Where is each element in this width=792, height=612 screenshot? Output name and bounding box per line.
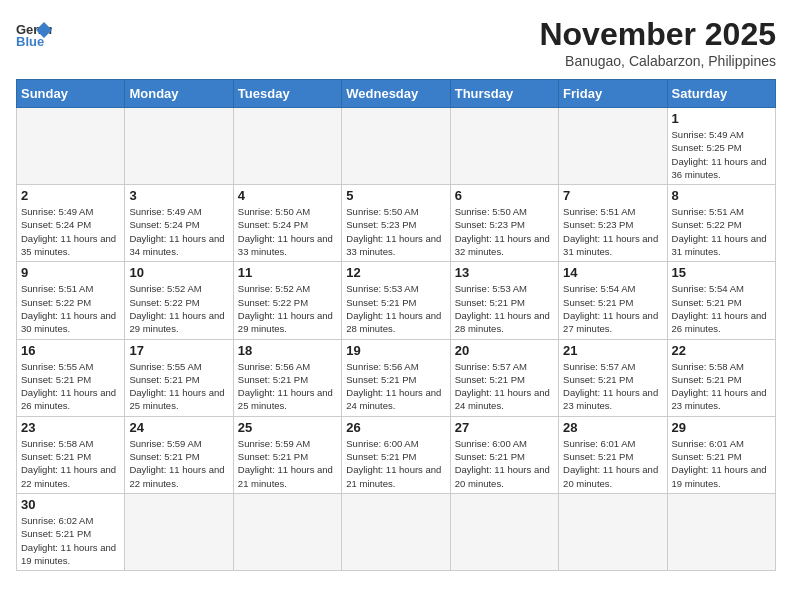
day-cell: 25Sunrise: 5:59 AM Sunset: 5:21 PM Dayli… [233,416,341,493]
logo: General Blue [16,20,52,48]
day-cell: 1Sunrise: 5:49 AM Sunset: 5:25 PM Daylig… [667,108,775,185]
day-number: 17 [129,343,228,358]
day-cell: 18Sunrise: 5:56 AM Sunset: 5:21 PM Dayli… [233,339,341,416]
day-cell: 14Sunrise: 5:54 AM Sunset: 5:21 PM Dayli… [559,262,667,339]
day-header-monday: Monday [125,80,233,108]
day-info: Sunrise: 5:59 AM Sunset: 5:21 PM Dayligh… [238,437,337,490]
day-number: 30 [21,497,120,512]
day-info: Sunrise: 5:56 AM Sunset: 5:21 PM Dayligh… [238,360,337,413]
day-cell [559,493,667,570]
day-info: Sunrise: 5:56 AM Sunset: 5:21 PM Dayligh… [346,360,445,413]
day-number: 14 [563,265,662,280]
day-cell: 11Sunrise: 5:52 AM Sunset: 5:22 PM Dayli… [233,262,341,339]
header: General Blue November 2025 Banugao, Cala… [16,16,776,69]
day-number: 12 [346,265,445,280]
week-row-5: 30Sunrise: 6:02 AM Sunset: 5:21 PM Dayli… [17,493,776,570]
day-cell: 15Sunrise: 5:54 AM Sunset: 5:21 PM Dayli… [667,262,775,339]
day-cell [233,108,341,185]
day-header-sunday: Sunday [17,80,125,108]
day-cell: 5Sunrise: 5:50 AM Sunset: 5:23 PM Daylig… [342,185,450,262]
day-info: Sunrise: 5:58 AM Sunset: 5:21 PM Dayligh… [672,360,771,413]
day-cell: 24Sunrise: 5:59 AM Sunset: 5:21 PM Dayli… [125,416,233,493]
day-cell: 26Sunrise: 6:00 AM Sunset: 5:21 PM Dayli… [342,416,450,493]
day-info: Sunrise: 5:49 AM Sunset: 5:25 PM Dayligh… [672,128,771,181]
day-info: Sunrise: 5:51 AM Sunset: 5:22 PM Dayligh… [672,205,771,258]
week-row-1: 2Sunrise: 5:49 AM Sunset: 5:24 PM Daylig… [17,185,776,262]
day-cell: 17Sunrise: 5:55 AM Sunset: 5:21 PM Dayli… [125,339,233,416]
week-row-4: 23Sunrise: 5:58 AM Sunset: 5:21 PM Dayli… [17,416,776,493]
day-cell: 16Sunrise: 5:55 AM Sunset: 5:21 PM Dayli… [17,339,125,416]
day-cell [17,108,125,185]
day-info: Sunrise: 5:57 AM Sunset: 5:21 PM Dayligh… [455,360,554,413]
day-number: 18 [238,343,337,358]
week-row-2: 9Sunrise: 5:51 AM Sunset: 5:22 PM Daylig… [17,262,776,339]
day-number: 25 [238,420,337,435]
day-info: Sunrise: 6:01 AM Sunset: 5:21 PM Dayligh… [672,437,771,490]
day-cell: 29Sunrise: 6:01 AM Sunset: 5:21 PM Dayli… [667,416,775,493]
day-number: 20 [455,343,554,358]
day-number: 11 [238,265,337,280]
week-row-0: 1Sunrise: 5:49 AM Sunset: 5:25 PM Daylig… [17,108,776,185]
day-cell: 7Sunrise: 5:51 AM Sunset: 5:23 PM Daylig… [559,185,667,262]
day-cell: 19Sunrise: 5:56 AM Sunset: 5:21 PM Dayli… [342,339,450,416]
day-cell [125,493,233,570]
day-info: Sunrise: 5:54 AM Sunset: 5:21 PM Dayligh… [672,282,771,335]
day-cell: 30Sunrise: 6:02 AM Sunset: 5:21 PM Dayli… [17,493,125,570]
day-cell: 20Sunrise: 5:57 AM Sunset: 5:21 PM Dayli… [450,339,558,416]
day-cell [125,108,233,185]
day-number: 26 [346,420,445,435]
day-number: 27 [455,420,554,435]
day-cell: 28Sunrise: 6:01 AM Sunset: 5:21 PM Dayli… [559,416,667,493]
day-number: 4 [238,188,337,203]
day-info: Sunrise: 5:59 AM Sunset: 5:21 PM Dayligh… [129,437,228,490]
day-number: 13 [455,265,554,280]
day-cell [559,108,667,185]
day-info: Sunrise: 5:54 AM Sunset: 5:21 PM Dayligh… [563,282,662,335]
day-cell [342,108,450,185]
day-info: Sunrise: 5:58 AM Sunset: 5:21 PM Dayligh… [21,437,120,490]
day-cell: 3Sunrise: 5:49 AM Sunset: 5:24 PM Daylig… [125,185,233,262]
day-cell [450,493,558,570]
day-header-saturday: Saturday [667,80,775,108]
day-info: Sunrise: 6:01 AM Sunset: 5:21 PM Dayligh… [563,437,662,490]
day-number: 28 [563,420,662,435]
day-number: 1 [672,111,771,126]
day-number: 5 [346,188,445,203]
day-cell: 27Sunrise: 6:00 AM Sunset: 5:21 PM Dayli… [450,416,558,493]
month-title: November 2025 [539,16,776,53]
day-cell: 6Sunrise: 5:50 AM Sunset: 5:23 PM Daylig… [450,185,558,262]
title-area: November 2025 Banugao, Calabarzon, Phili… [539,16,776,69]
day-info: Sunrise: 6:00 AM Sunset: 5:21 PM Dayligh… [346,437,445,490]
day-info: Sunrise: 5:50 AM Sunset: 5:23 PM Dayligh… [455,205,554,258]
day-info: Sunrise: 5:52 AM Sunset: 5:22 PM Dayligh… [238,282,337,335]
day-header-thursday: Thursday [450,80,558,108]
day-number: 22 [672,343,771,358]
day-info: Sunrise: 6:02 AM Sunset: 5:21 PM Dayligh… [21,514,120,567]
day-number: 21 [563,343,662,358]
day-number: 29 [672,420,771,435]
day-info: Sunrise: 5:51 AM Sunset: 5:22 PM Dayligh… [21,282,120,335]
day-cell: 22Sunrise: 5:58 AM Sunset: 5:21 PM Dayli… [667,339,775,416]
day-cell: 2Sunrise: 5:49 AM Sunset: 5:24 PM Daylig… [17,185,125,262]
day-info: Sunrise: 5:50 AM Sunset: 5:24 PM Dayligh… [238,205,337,258]
day-cell [667,493,775,570]
day-cell: 21Sunrise: 5:57 AM Sunset: 5:21 PM Dayli… [559,339,667,416]
day-info: Sunrise: 5:57 AM Sunset: 5:21 PM Dayligh… [563,360,662,413]
day-number: 23 [21,420,120,435]
day-number: 24 [129,420,228,435]
calendar: SundayMondayTuesdayWednesdayThursdayFrid… [16,79,776,571]
day-header-friday: Friday [559,80,667,108]
day-number: 2 [21,188,120,203]
day-number: 19 [346,343,445,358]
day-cell: 8Sunrise: 5:51 AM Sunset: 5:22 PM Daylig… [667,185,775,262]
day-cell: 10Sunrise: 5:52 AM Sunset: 5:22 PM Dayli… [125,262,233,339]
day-number: 8 [672,188,771,203]
day-number: 16 [21,343,120,358]
day-info: Sunrise: 5:50 AM Sunset: 5:23 PM Dayligh… [346,205,445,258]
location: Banugao, Calabarzon, Philippines [539,53,776,69]
day-number: 15 [672,265,771,280]
day-number: 10 [129,265,228,280]
day-cell: 9Sunrise: 5:51 AM Sunset: 5:22 PM Daylig… [17,262,125,339]
day-number: 7 [563,188,662,203]
day-info: Sunrise: 5:49 AM Sunset: 5:24 PM Dayligh… [21,205,120,258]
